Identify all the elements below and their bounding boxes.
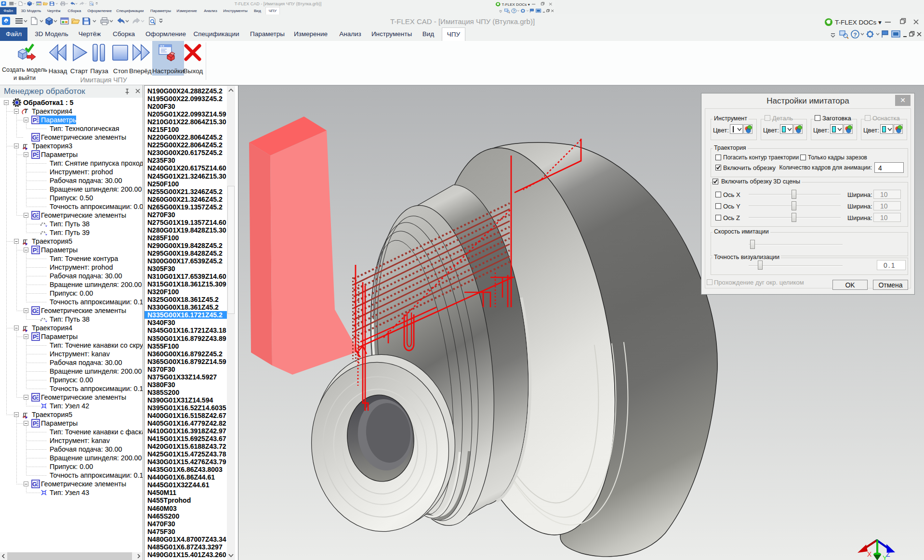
- svg-text:Тип: Технологическая: Тип: Технологическая: [50, 125, 119, 132]
- svg-text:Рабочая подача: 30.00: Рабочая подача: 30.00: [50, 272, 122, 280]
- svg-text:Траектория5: Траектория5: [32, 411, 72, 418]
- svg-text:Вращение шпинделя: 200.00 об/м: Вращение шпинделя: 200.00 об/ми: [50, 367, 143, 375]
- svg-text:Точность аппроксимации: 0.1: Точность аппроксимации: 0.1: [50, 298, 143, 306]
- svg-text:Припуск: 0.00: Припуск: 0.00: [50, 289, 93, 297]
- svg-text:Траектория4: Траектория4: [32, 324, 72, 332]
- svg-text:P: P: [33, 247, 37, 254]
- svg-text:P: P: [33, 334, 37, 340]
- svg-text:X: X: [867, 550, 872, 558]
- svg-text:Обработка1 : 5: Обработка1 : 5: [23, 99, 74, 106]
- svg-text:Тип: Узел 43: Тип: Узел 43: [50, 489, 89, 496]
- svg-text:G: G: [32, 134, 37, 141]
- svg-text:G: G: [32, 308, 37, 314]
- svg-text:Геометрические элементы: Геометрические элементы: [41, 480, 126, 488]
- svg-text:Y: Y: [883, 554, 887, 560]
- svg-text:Вращение шпинделя: 200.00 об/м: Вращение шпинделя: 200.00 об/ми: [50, 281, 143, 288]
- svg-text:Тип: Путь 39: Тип: Путь 39: [50, 229, 90, 236]
- svg-text:G: G: [32, 212, 37, 219]
- svg-text:Инструмент: kanav: Инструмент: kanav: [50, 437, 110, 444]
- svg-text:Параметры: Параметры: [41, 333, 78, 340]
- svg-text:P: P: [33, 420, 37, 427]
- svg-text:Припуск: 0.00: Припуск: 0.00: [50, 463, 93, 470]
- svg-text:Геометрические элементы: Геометрические элементы: [41, 307, 126, 314]
- svg-text:Инструмент: prohod: Инструмент: prohod: [50, 168, 113, 176]
- svg-text:P: P: [33, 117, 37, 124]
- svg-text:Тип: Снятие припуска проход. р: Тип: Снятие припуска проход. рез.: [50, 159, 143, 167]
- svg-text:P: P: [33, 152, 37, 158]
- svg-text:G: G: [32, 394, 37, 401]
- svg-text:Тип: Узел 42: Тип: Узел 42: [50, 402, 89, 410]
- svg-text:Тип: Точение канавки со скругл: Тип: Точение канавки со скругл.: [50, 341, 143, 349]
- svg-text:Траектория5: Траектория5: [32, 237, 72, 245]
- svg-text:?: ?: [854, 32, 857, 38]
- svg-text:Рабочая подача: 30.00: Рабочая подача: 30.00: [50, 177, 122, 184]
- svg-text:Траектория3: Траектория3: [32, 142, 72, 150]
- svg-text:T: T: [24, 108, 28, 115]
- svg-text:Рабочая подача: 30.00: Рабочая подача: 30.00: [50, 359, 122, 366]
- svg-text:Вращение шпинделя: 200.00 об/м: Вращение шпинделя: 200.00 об/ми: [50, 185, 143, 193]
- svg-text:?: ?: [513, 9, 515, 13]
- svg-text:Геометрические элементы: Геометрические элементы: [41, 393, 126, 401]
- svg-text:Инструмент: kanav: Инструмент: kanav: [50, 350, 110, 358]
- svg-text:Припуск: 0.50: Припуск: 0.50: [50, 194, 93, 202]
- svg-text:G: G: [32, 481, 37, 488]
- svg-text:Параметры: Параметры: [41, 116, 78, 124]
- svg-text:Геометрические элементы: Геометрические элементы: [41, 211, 126, 219]
- svg-text:Тип: Путь 38: Тип: Путь 38: [50, 220, 90, 228]
- svg-text:Точность аппроксимации: 0.01: Точность аппроксимации: 0.01: [50, 203, 143, 210]
- svg-text:Рабочая подача: 30.00: Рабочая подача: 30.00: [50, 445, 122, 453]
- svg-text:Тип: Точение канавки с фасками: Тип: Точение канавки с фасками: [50, 428, 143, 436]
- svg-text:Траектория4: Траектория4: [32, 107, 72, 115]
- svg-text:Точность аппроксимации: 0.1: Точность аппроксимации: 0.1: [50, 471, 143, 479]
- svg-text:Вращение шпинделя: 200.00 об/м: Вращение шпинделя: 200.00 об/ми: [50, 454, 143, 462]
- svg-text:Инструмент: prohod: Инструмент: prohod: [50, 263, 113, 271]
- svg-text:Параметры: Параметры: [41, 419, 78, 427]
- svg-text:Точность аппроксимации: 0.1: Точность аппроксимации: 0.1: [50, 385, 143, 392]
- svg-text:Тип: Точение контура: Тип: Точение контура: [50, 255, 118, 262]
- svg-text:Параметры: Параметры: [41, 151, 78, 158]
- svg-text:Припуск: 0.00: Припуск: 0.00: [50, 376, 93, 384]
- svg-text:Тип: Путь 38: Тип: Путь 38: [50, 315, 90, 323]
- svg-text:Параметры: Параметры: [41, 246, 78, 254]
- svg-text:Геометрические элементы: Геометрические элементы: [41, 133, 126, 141]
